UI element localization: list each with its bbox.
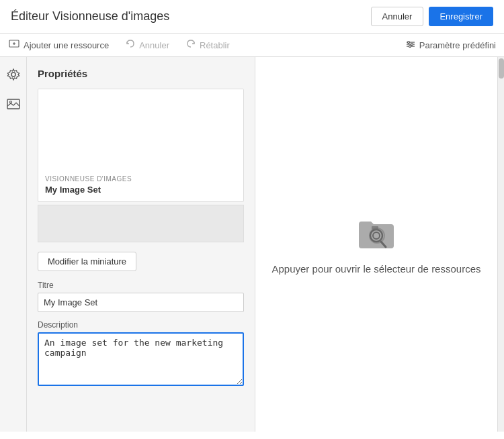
svg-point-9: [11, 72, 15, 77]
scroll-thumb[interactable]: [499, 58, 504, 79]
add-resource-label: Ajouter une ressource: [24, 40, 109, 50]
preview-image-area: [38, 89, 243, 170]
preset-icon: [405, 39, 416, 52]
preset-label: Paramètre prédéfini: [419, 40, 496, 50]
redo-toolbar-item[interactable]: Rétablir: [185, 38, 230, 52]
undo-toolbar-item[interactable]: Annuler: [125, 38, 169, 52]
sidebar-gear-icon[interactable]: [4, 65, 23, 84]
redo-icon: [185, 38, 196, 52]
save-button[interactable]: Enregistrer: [429, 7, 493, 26]
preview-label: VISIONNEUSE D'IMAGES: [45, 175, 237, 183]
title-field-label: Titre: [38, 281, 244, 290]
preview-info: VISIONNEUSE D'IMAGES My Image Set: [38, 170, 243, 201]
add-resource-toolbar-item[interactable]: Ajouter une ressource: [8, 38, 109, 52]
svg-point-6: [407, 41, 409, 43]
svg-point-7: [411, 43, 413, 45]
redo-label: Rétablir: [200, 40, 230, 50]
content-placeholder: Appuyer pour ouvrir le sélecteur de ress…: [272, 215, 481, 275]
content-area[interactable]: Appuyer pour ouvrir le sélecteur de ress…: [255, 57, 497, 432]
undo-icon: [125, 38, 136, 52]
thumbnail-strip: [38, 205, 244, 242]
placeholder-text: Appuyer pour ouvrir le sélecteur de ress…: [272, 263, 481, 275]
modify-thumbnail-button[interactable]: Modifier la miniature: [38, 252, 136, 271]
camera-folder-icon: [356, 215, 396, 254]
title-input[interactable]: [38, 293, 244, 312]
main-layout: Propriétés VISIONNEUSE D'IMAGES My Image…: [0, 57, 504, 432]
sidebar-image-icon[interactable]: [4, 95, 23, 113]
preview-card: VISIONNEUSE D'IMAGES My Image Set: [38, 89, 244, 202]
page-title: Éditeur Visionneuse d'images: [11, 9, 169, 23]
add-resource-icon: [8, 38, 20, 52]
scrollbar[interactable]: [497, 57, 504, 432]
preset-toolbar-item[interactable]: Paramètre prédéfini: [405, 39, 496, 52]
description-field-label: Description: [38, 320, 244, 330]
properties-panel: Propriétés VISIONNEUSE D'IMAGES My Image…: [27, 57, 255, 432]
cancel-button[interactable]: Annuler: [371, 7, 424, 26]
header-bar: Éditeur Visionneuse d'images Annuler Enr…: [0, 0, 504, 34]
toolbar: Ajouter une ressource Annuler Rétablir: [0, 34, 504, 57]
description-field-group: Description An image set for the new mar…: [38, 320, 244, 388]
undo-label: Annuler: [139, 40, 169, 50]
svg-point-11: [9, 101, 11, 103]
sidebar-icons: [0, 57, 27, 432]
header-actions: Annuler Enregistrer: [371, 7, 493, 26]
panel-title: Propriétés: [38, 68, 244, 79]
preview-name: My Image Set: [45, 185, 237, 195]
description-textarea[interactable]: An image set for the new marketing campa…: [38, 332, 244, 386]
title-field-group: Titre: [38, 281, 244, 312]
svg-point-8: [409, 45, 411, 47]
